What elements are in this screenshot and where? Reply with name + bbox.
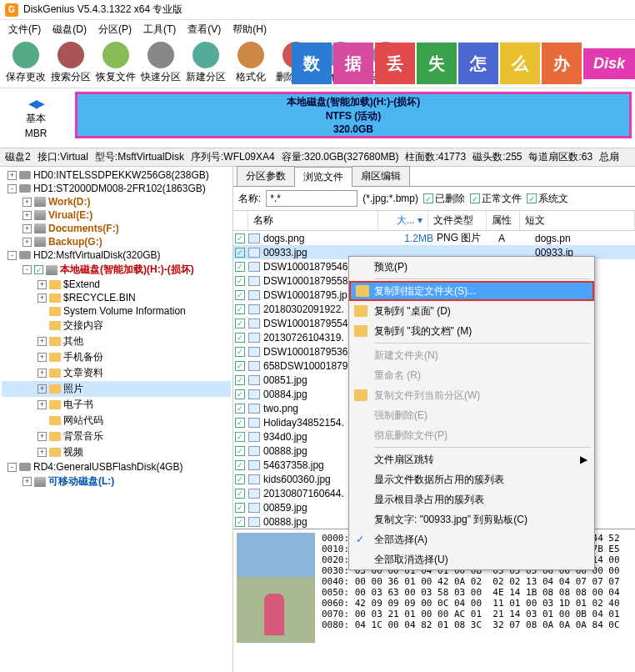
- tree-node[interactable]: +文章资料: [2, 365, 231, 381]
- tree-node[interactable]: -HD2:MsftVirtualDisk(320GB): [2, 248, 231, 262]
- tool-新建分区[interactable]: 新建分区: [183, 42, 228, 84]
- file-checkbox[interactable]: ✓: [235, 446, 245, 456]
- nav-arrows-icon[interactable]: ◀▶: [28, 97, 43, 110]
- tool-快速分区[interactable]: 快速分区: [138, 42, 183, 84]
- file-checkbox[interactable]: ✓: [235, 290, 245, 300]
- file-checkbox[interactable]: ✓: [235, 304, 245, 314]
- tree-node[interactable]: +HD0:INTELSSDPEKKW256G8(238GB): [2, 168, 231, 182]
- tree-node[interactable]: -✓本地磁盘(智能加载)(H:)-(损坏): [2, 262, 231, 278]
- file-checkbox[interactable]: ✓: [235, 503, 245, 513]
- status-field: 总扇: [599, 150, 619, 164]
- tree-toggle[interactable]: +: [38, 369, 47, 378]
- file-checkbox[interactable]: ✓: [235, 432, 245, 442]
- menu-item[interactable]: ✓全部选择(A): [349, 529, 594, 549]
- menu-item[interactable]: 文件扇区跳转▶: [349, 449, 594, 469]
- tab-浏览文件[interactable]: 浏览文件: [294, 167, 352, 187]
- menu-工具(T)[interactable]: 工具(T): [138, 21, 181, 38]
- file-checkbox[interactable]: ✓: [235, 318, 245, 328]
- tree-node[interactable]: -HD1:ST2000DM008-2FR102(1863GB): [2, 182, 231, 195]
- tree-toggle[interactable]: -: [8, 184, 17, 193]
- tool-搜索分区[interactable]: 搜索分区: [48, 42, 93, 84]
- file-checkbox[interactable]: ✓: [235, 517, 245, 527]
- tree-toggle[interactable]: +: [22, 211, 32, 220]
- tree-node[interactable]: +其他: [2, 333, 231, 349]
- file-checkbox[interactable]: ✓: [235, 347, 245, 357]
- tree-toggle[interactable]: +: [38, 400, 47, 409]
- tree-toggle[interactable]: +: [38, 337, 47, 346]
- tree-checkbox[interactable]: ✓: [34, 265, 43, 274]
- tree-toggle[interactable]: +: [22, 477, 32, 486]
- file-checkbox[interactable]: ✓: [235, 276, 245, 286]
- menu-item[interactable]: 显示文件数据所占用的簇列表: [349, 469, 594, 489]
- tree-node[interactable]: +Documents(F:): [2, 222, 231, 235]
- tree-node[interactable]: +$Extend: [2, 278, 231, 291]
- partition-block[interactable]: 本地磁盘(智能加载)(H:)-(损坏) NTFS (活动) 320.0GB: [75, 92, 632, 138]
- file-checkbox[interactable]: ✓: [235, 375, 245, 385]
- tree-toggle[interactable]: +: [38, 432, 47, 441]
- tree-node[interactable]: +视频: [2, 444, 231, 460]
- file-icon: [248, 304, 260, 314]
- file-list-header[interactable]: 名称 大... ▾ 文件类型 属性 短文: [233, 210, 635, 231]
- tree-toggle[interactable]: +: [38, 353, 47, 362]
- file-checkbox[interactable]: ✓: [235, 489, 245, 499]
- disk-tree[interactable]: +HD0:INTELSSDPEKKW256G8(238GB)-HD1:ST200…: [0, 167, 233, 672]
- menu-item[interactable]: 全部取消选择(U): [349, 549, 594, 569]
- tab-扇区编辑[interactable]: 扇区编辑: [352, 166, 410, 186]
- chk-normal[interactable]: ✓正常文件: [470, 192, 522, 206]
- tree-node[interactable]: +Backup(G:): [2, 235, 231, 248]
- menu-查看(V)[interactable]: 查看(V): [182, 21, 226, 38]
- menu-item[interactable]: 复制到 "桌面" (D): [349, 301, 594, 321]
- tree-node[interactable]: System Volume Information: [2, 304, 231, 318]
- menu-item[interactable]: 预览(P): [349, 257, 594, 277]
- tree-toggle[interactable]: +: [22, 224, 32, 233]
- file-checkbox[interactable]: ✓: [235, 262, 245, 272]
- tree-toggle[interactable]: +: [38, 280, 47, 289]
- file-row[interactable]: ✓dogs.png1.2MBPNG 图片Adogs.pn: [233, 231, 635, 245]
- tool-保存更改[interactable]: 保存更改: [3, 42, 48, 84]
- file-checkbox[interactable]: ✓: [235, 233, 245, 243]
- tree-node[interactable]: +电子书: [2, 397, 231, 413]
- tree-toggle[interactable]: +: [22, 238, 32, 247]
- tree-node[interactable]: 网站代码: [2, 413, 231, 429]
- file-checkbox[interactable]: ✓: [235, 333, 245, 343]
- menu-item[interactable]: 复制文字: "00933.jpg" 到剪贴板(C): [349, 509, 594, 529]
- tree-toggle[interactable]: -: [8, 463, 17, 472]
- menu-帮助(H)[interactable]: 帮助(H): [228, 21, 272, 38]
- menu-item[interactable]: 复制到指定文件夹(S)...: [349, 281, 594, 301]
- tree-node[interactable]: -RD4:GeneralUSBFlashDisk(4GB): [2, 460, 231, 474]
- file-checkbox[interactable]: ✓: [235, 404, 245, 414]
- tree-node[interactable]: +照片: [2, 381, 231, 397]
- menu-item[interactable]: 显示根目录占用的簇列表: [349, 489, 594, 509]
- chk-deleted[interactable]: ✓已删除: [423, 192, 465, 206]
- tree-toggle[interactable]: +: [38, 448, 47, 457]
- tree-node[interactable]: +Work(D:): [2, 195, 231, 208]
- file-checkbox[interactable]: ✓: [235, 474, 245, 484]
- file-checkbox[interactable]: ✓: [235, 460, 245, 470]
- chk-system[interactable]: ✓系统文: [527, 192, 568, 206]
- file-checkbox[interactable]: ✓: [235, 248, 245, 258]
- tree-toggle[interactable]: +: [8, 171, 17, 180]
- tool-恢复文件[interactable]: 恢复文件: [93, 42, 138, 84]
- menu-item[interactable]: 复制到 "我的文档" (M): [349, 321, 594, 341]
- file-checkbox[interactable]: ✓: [235, 418, 245, 428]
- file-checkbox[interactable]: ✓: [235, 361, 245, 371]
- filter-name-input[interactable]: [266, 190, 358, 207]
- tree-toggle[interactable]: -: [8, 251, 17, 260]
- tree-toggle[interactable]: -: [22, 265, 32, 274]
- tree-toggle[interactable]: +: [22, 198, 32, 207]
- tree-toggle[interactable]: +: [38, 293, 47, 303]
- tree-node[interactable]: +$RECYCLE.BIN: [2, 291, 231, 304]
- tree-node[interactable]: 交接内容: [2, 318, 231, 333]
- file-checkbox[interactable]: ✓: [235, 389, 245, 399]
- menu-分区(P)[interactable]: 分区(P): [93, 21, 137, 38]
- tree-node[interactable]: +Virual(E:): [2, 208, 231, 222]
- context-menu[interactable]: 预览(P)复制到指定文件夹(S)...复制到 "桌面" (D)复制到 "我的文档…: [348, 256, 595, 570]
- menu-文件(F)[interactable]: 文件(F): [3, 21, 46, 38]
- tab-分区参数[interactable]: 分区参数: [237, 166, 295, 186]
- tree-node[interactable]: +可移动磁盘(L:): [2, 474, 231, 489]
- menu-磁盘(D)[interactable]: 磁盘(D): [48, 21, 92, 38]
- tree-node[interactable]: +手机备份: [2, 349, 231, 365]
- tree-node[interactable]: +背景音乐: [2, 429, 231, 444]
- tree-toggle[interactable]: +: [38, 384, 47, 394]
- tool-格式化[interactable]: 格式化: [228, 42, 273, 84]
